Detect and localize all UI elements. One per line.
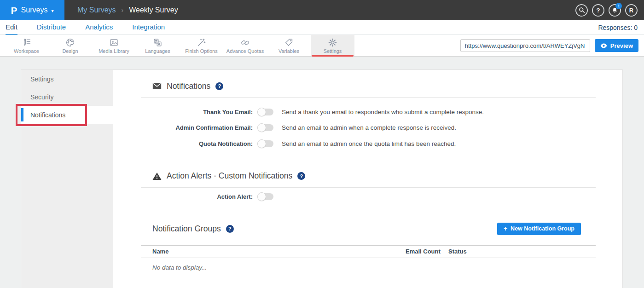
- quota-notification-description: Send an email to admin once the quota li…: [282, 140, 456, 147]
- settings-panel: Settings Security Notifications Notifica…: [21, 69, 623, 288]
- surveys-menu-label: Surveys: [21, 6, 48, 14]
- thank-you-email-row: Thank You Email: Send a thank you email …: [141, 104, 596, 120]
- thank-you-email-label: Thank You Email:: [141, 109, 253, 115]
- toggle-knob: [257, 123, 266, 132]
- plus-icon: +: [504, 225, 507, 232]
- tab-integration[interactable]: Integration: [132, 20, 165, 35]
- account-avatar[interactable]: R: [625, 4, 638, 17]
- column-header-email-count: Email Count: [406, 248, 448, 255]
- notification-groups-table: Name Email Count Status No data to displ…: [141, 245, 596, 271]
- notification-groups-title-wrap: Notification Groups ?: [152, 224, 234, 234]
- toolbar-label: Variables: [278, 48, 299, 54]
- tab-analytics[interactable]: Analytics: [85, 20, 113, 35]
- toolbar-label: Settings: [324, 48, 342, 54]
- toolbar-label: Workspace: [14, 48, 39, 54]
- settings-sidebar: Settings Security Notifications: [21, 70, 113, 288]
- notifications-help-icon[interactable]: ?: [215, 82, 223, 90]
- action-alert-toggle[interactable]: [258, 193, 273, 200]
- workspace-icon: [22, 38, 31, 47]
- new-notification-group-button[interactable]: + New Notification Group: [497, 223, 581, 235]
- action-alerts-section-header: Action Alerts - Custom Notifications ?: [141, 170, 596, 182]
- advance-quotas-icon: [240, 38, 250, 47]
- empty-table-message: No data to display...: [141, 264, 596, 271]
- topbar-actions: ? 1 R: [575, 0, 644, 20]
- toggle-knob: [257, 192, 266, 201]
- search-button[interactable]: [575, 4, 588, 17]
- survey-nav: Edit Distribute Analytics Integration Re…: [0, 20, 644, 35]
- toolbar-item-languages[interactable]: Languages: [136, 35, 180, 56]
- variables-icon: [284, 38, 294, 47]
- sidebar-item-notifications[interactable]: Notifications: [21, 106, 113, 124]
- divider: [141, 187, 596, 188]
- action-alert-label: Action Alert:: [141, 193, 253, 200]
- toolbar-item-workspace[interactable]: Workspace: [5, 35, 48, 56]
- surveys-menu-button[interactable]: P Surveys ▾: [0, 0, 64, 20]
- quota-notification-row: Quota Notification: Send an email to adm…: [141, 136, 596, 152]
- media-library-icon: [109, 38, 119, 47]
- toolbar-item-finish-options[interactable]: Finish Options: [180, 35, 223, 56]
- warning-triangle-icon: [152, 172, 162, 180]
- quota-notification-toggle[interactable]: [258, 140, 273, 147]
- notifications-button[interactable]: 1: [609, 4, 621, 17]
- toolbar-label: Advance Quotas: [226, 48, 264, 54]
- languages-icon: [153, 38, 162, 47]
- breadcrumb: My Surveys › Weekly Survey: [77, 0, 178, 20]
- thank-you-email-toggle[interactable]: [258, 109, 273, 115]
- notification-groups-header: Notification Groups ? + New Notification…: [141, 223, 596, 235]
- responses-count: Responses: 0: [598, 24, 638, 31]
- column-header-name: Name: [141, 248, 406, 255]
- toolbar-item-media-library[interactable]: Media Library: [92, 35, 136, 56]
- thank-you-email-description: Send a thank you email to respondents wh…: [282, 109, 484, 115]
- avatar-initial: R: [629, 7, 633, 14]
- search-icon: [579, 7, 585, 13]
- toggle-knob: [257, 108, 266, 116]
- action-alerts-help-icon[interactable]: ?: [297, 172, 305, 180]
- tab-edit[interactable]: Edit: [6, 20, 17, 35]
- toolbar-item-design[interactable]: Design: [48, 35, 92, 56]
- active-indicator-bar: [21, 108, 23, 121]
- chevron-down-icon: ▾: [51, 7, 53, 13]
- toolbar-label: Media Library: [99, 48, 129, 54]
- table-header-row: Name Email Count Status: [141, 245, 596, 258]
- survey-url-input[interactable]: [460, 39, 590, 52]
- sidebar-item-security[interactable]: Security: [21, 88, 113, 106]
- finish-options-icon: [197, 38, 206, 47]
- notification-badge: 1: [615, 3, 622, 9]
- notifications-section-header: Notifications ?: [141, 80, 596, 92]
- preview-label: Preview: [610, 42, 633, 49]
- breadcrumb-my-surveys[interactable]: My Surveys: [77, 6, 116, 14]
- breadcrumb-current-survey: Weekly Survey: [129, 6, 178, 14]
- quota-notification-label: Quota Notification:: [141, 140, 253, 147]
- questionpro-logo-icon: P: [11, 6, 17, 15]
- toolbar-item-variables[interactable]: Variables: [267, 35, 311, 56]
- notifications-content: Notifications ? Thank You Email: Send a …: [113, 70, 622, 288]
- admin-confirmation-email-toggle[interactable]: [258, 124, 273, 131]
- sidebar-item-settings[interactable]: Settings: [21, 70, 113, 88]
- toolbar-label: Design: [62, 48, 78, 54]
- admin-confirmation-email-label: Admin Confirmation Email:: [141, 124, 253, 131]
- eye-icon: [600, 43, 607, 48]
- section-title: Notifications: [167, 81, 210, 91]
- toolbar-item-settings[interactable]: Settings: [311, 35, 354, 56]
- notification-groups-help-icon[interactable]: ?: [226, 225, 234, 233]
- notification-toggle-rows: Thank You Email: Send a thank you email …: [141, 104, 596, 152]
- toolbar-label: Finish Options: [185, 48, 217, 54]
- sidebar-item-label: Settings: [30, 75, 54, 83]
- design-icon: [65, 38, 75, 47]
- preview-button[interactable]: Preview: [595, 39, 638, 52]
- toolbar-label: Languages: [145, 48, 170, 54]
- sidebar-item-label: Security: [30, 93, 54, 101]
- edit-toolbar: Workspace Design Media Library Languages: [0, 35, 644, 57]
- column-header-status: Status: [448, 248, 596, 255]
- sidebar-item-label: Notifications: [30, 111, 65, 119]
- tab-distribute[interactable]: Distribute: [37, 20, 66, 35]
- action-alert-row: Action Alert:: [141, 190, 596, 203]
- settings-icon: [328, 38, 337, 47]
- toolbar-item-advance-quotas[interactable]: Advance Quotas: [223, 35, 267, 56]
- admin-confirmation-email-row: Admin Confirmation Email: Send an email …: [141, 120, 596, 136]
- toggle-knob: [257, 139, 266, 148]
- question-mark-icon: ?: [597, 7, 600, 14]
- admin-confirmation-email-description: Send an email to admin when a complete r…: [282, 124, 456, 131]
- top-bar: P Surveys ▾ My Surveys › Weekly Survey ?…: [0, 0, 644, 20]
- help-button[interactable]: ?: [592, 4, 604, 17]
